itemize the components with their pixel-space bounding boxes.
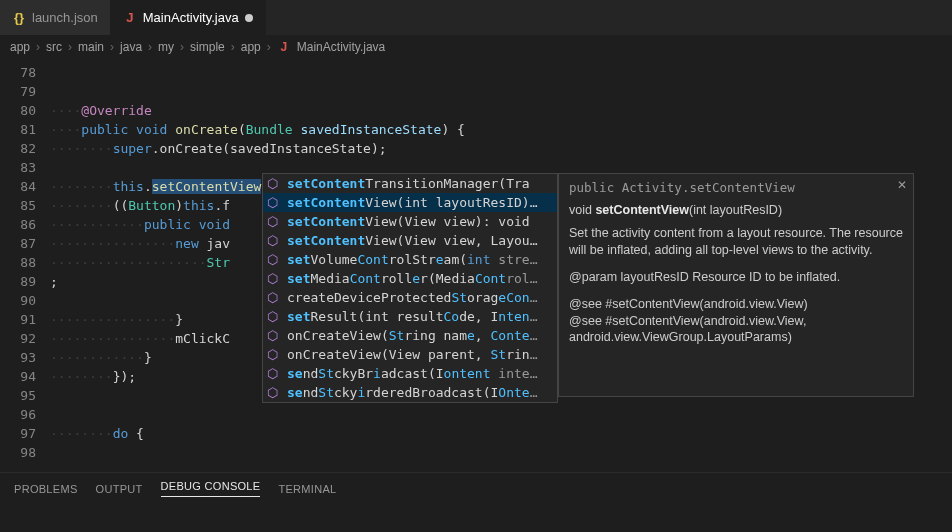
crumb[interactable]: java [120, 40, 142, 54]
java-icon: J [123, 10, 137, 25]
intellisense-suggest[interactable]: ⬡setContentTransitionManager(Tra⬡setCont… [262, 173, 558, 403]
panel-terminal[interactable]: TERMINAL [278, 483, 336, 495]
editor-tab-bar: {} launch.json J MainActivity.java [0, 0, 952, 35]
panel-tabs: PROBLEMS OUTPUT DEBUG CONSOLE TERMINAL [0, 472, 952, 504]
suggest-item[interactable]: ⬡setContentView(View view): void [263, 212, 557, 231]
doc-description: Set the activity content from a layout r… [569, 225, 903, 259]
unsaved-dot-icon [245, 14, 253, 22]
java-icon: J [277, 40, 291, 54]
crumb[interactable]: app [10, 40, 30, 54]
suggest-item[interactable]: ⬡createDeviceProtectedStorageCon… [263, 288, 557, 307]
suggest-item[interactable]: ⬡onCreateView(View parent, Strin… [263, 345, 557, 364]
chevron-icon: › [36, 40, 40, 54]
chevron-icon: › [267, 40, 271, 54]
suggest-item[interactable]: ⬡sendStckyBriadcast(Iontent inte… [263, 364, 557, 383]
suggest-item[interactable]: ⬡setResult(int resultCode, Inten… [263, 307, 557, 326]
crumb[interactable]: main [78, 40, 104, 54]
crumb-file[interactable]: MainActivity.java [297, 40, 385, 54]
line-number-gutter: 7879808182838485868788899091929394959697… [0, 59, 50, 472]
panel-body[interactable] [0, 504, 952, 532]
chevron-icon: › [110, 40, 114, 54]
suggest-item[interactable]: ⬡setMediaController(MediaControl… [263, 269, 557, 288]
breadcrumb[interactable]: app› src› main› java› my› simple› app› J… [0, 35, 952, 59]
doc-see: @see #setContentView(android.view.View)@… [569, 296, 903, 347]
chevron-icon: › [180, 40, 184, 54]
crumb[interactable]: simple [190, 40, 225, 54]
close-icon[interactable]: ✕ [897, 178, 907, 192]
chevron-icon: › [231, 40, 235, 54]
chevron-icon: › [148, 40, 152, 54]
chevron-icon: › [68, 40, 72, 54]
tab-label: MainActivity.java [143, 10, 239, 25]
doc-param: @param layoutResID Resource ID to be inf… [569, 269, 903, 286]
crumb[interactable]: my [158, 40, 174, 54]
tab-mainactivity-java[interactable]: J MainActivity.java [111, 0, 266, 35]
crumb[interactable]: app [241, 40, 261, 54]
panel-problems[interactable]: PROBLEMS [14, 483, 78, 495]
suggest-item[interactable]: ⬡setContentView(View view, Layou… [263, 231, 557, 250]
suggest-item[interactable]: ⬡setVolumeControlStream(int stre… [263, 250, 557, 269]
suggest-item[interactable]: ⬡onCreateView(String name, Conte… [263, 326, 557, 345]
crumb[interactable]: src [46, 40, 62, 54]
code-editor[interactable]: 7879808182838485868788899091929394959697… [0, 59, 952, 472]
suggest-item[interactable]: ⬡setContentTransitionManager(Tra [263, 174, 557, 193]
panel-debug-console[interactable]: DEBUG CONSOLE [161, 480, 261, 497]
panel-output[interactable]: OUTPUT [96, 483, 143, 495]
tab-launch-json[interactable]: {} launch.json [0, 0, 111, 35]
intellisense-doc: ✕ public Activity.setContentView void se… [558, 173, 914, 397]
suggest-item[interactable]: ⬡setContentView(int layoutResID)… [263, 193, 557, 212]
suggest-item[interactable]: ⬡sendStckyirderedBroadcast(IOnte… [263, 383, 557, 402]
doc-proto: void setContentView(int layoutResID) [569, 203, 903, 217]
json-icon: {} [12, 10, 26, 25]
doc-signature: public Activity.setContentView [569, 180, 903, 195]
tab-label: launch.json [32, 10, 98, 25]
